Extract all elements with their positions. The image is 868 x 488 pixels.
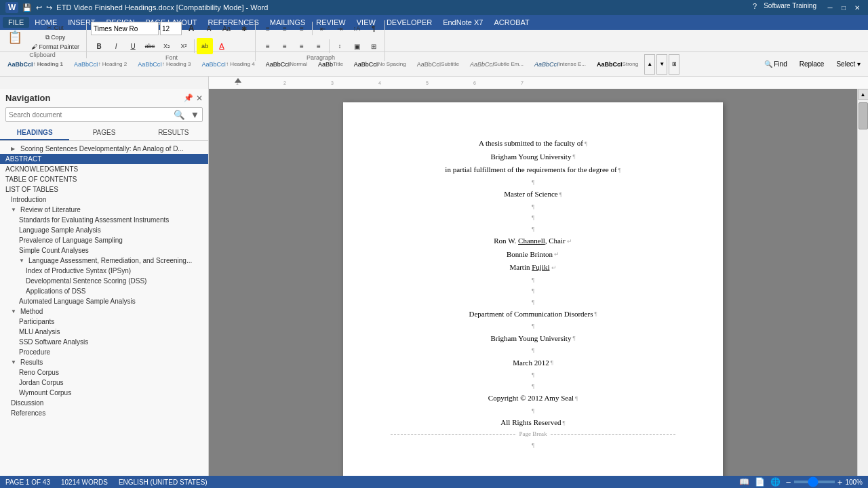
style-subtitle-button[interactable]: AaBbCcISubtitle — [412, 54, 464, 75]
nav-item-simple-count[interactable]: Simple Count Analyses — [0, 245, 208, 256]
nav-item-abstract[interactable]: ABSTRACT — [0, 154, 208, 164]
font-size-input[interactable] — [160, 22, 182, 35]
clear-format-button[interactable]: ✱ — [236, 20, 252, 37]
style-intense-emphasis-button[interactable]: AaBbCcIIntense E... — [530, 54, 591, 75]
borders-button[interactable]: ⊞ — [366, 38, 382, 54]
sort-button[interactable]: ↕A — [349, 20, 365, 37]
nav-item-review[interactable]: ▼ Review of Literature — [0, 205, 208, 215]
quick-access-save[interactable]: 💾 — [22, 3, 32, 12]
nav-item-discussion[interactable]: Discussion — [0, 398, 208, 408]
language-button[interactable]: ENGLISH (UNITED STATES) — [119, 479, 208, 486]
menu-acrobat[interactable]: ACROBAT — [488, 17, 534, 28]
numbering-button[interactable]: ≡ — [277, 20, 293, 37]
style-nospace-button[interactable]: AaBbCcINo Spacing — [349, 54, 411, 75]
style-heading4-button[interactable]: AaBbCcI↑ Heading 4 — [197, 54, 259, 75]
find-button[interactable]: 🔍 Find — [760, 58, 791, 71]
nav-search-button[interactable]: 🔍 — [171, 110, 188, 120]
nav-item-results[interactable]: ▼ Results — [0, 357, 208, 367]
styles-scroll-down[interactable]: ▼ — [656, 54, 667, 75]
menu-developer[interactable]: DEVELOPER — [381, 17, 437, 28]
font-grow-button[interactable]: A — [183, 20, 199, 37]
multilevel-button[interactable]: ≡ — [294, 20, 310, 37]
nav-close-button[interactable]: ✕ — [196, 94, 203, 103]
style-title-button[interactable]: AaBbTitle — [313, 54, 348, 75]
zoom-slider[interactable] — [794, 481, 835, 483]
nav-item-automated[interactable]: Automated Language Sample Analysis — [0, 296, 208, 306]
nav-search-dropdown[interactable]: ▼ — [188, 110, 202, 120]
nav-item-wymount[interactable]: Wymount Corpus — [0, 388, 208, 398]
increase-indent-button[interactable]: ⇥ — [332, 20, 348, 37]
show-marks-button[interactable]: ¶ — [366, 20, 382, 37]
nav-item-toc[interactable]: TABLE OF CONTENTS — [0, 174, 208, 184]
decrease-indent-button[interactable]: ⇤ — [315, 20, 331, 37]
zoom-out-button[interactable]: − — [786, 477, 791, 487]
tab-pages[interactable]: PAGES — [69, 126, 138, 140]
nav-item-lot[interactable]: LIST OF TABLES — [0, 184, 208, 195]
print-layout-button[interactable]: 📄 — [755, 477, 765, 487]
cut-button[interactable]: ✂ Cut — [28, 24, 82, 33]
paste-button[interactable]: 📋 — [3, 24, 27, 51]
highlight-button[interactable]: ab — [197, 38, 213, 54]
zoom-in-button[interactable]: + — [837, 477, 843, 487]
style-heading2-button[interactable]: AaBbCcI↑ Heading 2 — [69, 54, 132, 75]
nav-item-language-sample[interactable]: Language Sample Analysis — [0, 225, 208, 235]
nav-item-dss[interactable]: Developmental Sentence Scoring (DSS) — [0, 276, 208, 286]
minimize-button[interactable]: ─ — [825, 2, 835, 13]
align-center-button[interactable]: ≡ — [277, 38, 293, 54]
read-mode-button[interactable]: 📖 — [739, 477, 749, 487]
nav-search-input[interactable] — [6, 111, 171, 119]
style-strong-button[interactable]: AaBbCcIStrong — [592, 54, 643, 75]
help-button[interactable]: ? — [749, 2, 761, 13]
nav-item-reno[interactable]: Reno Corpus — [0, 367, 208, 378]
font-shrink-button[interactable]: A — [201, 20, 217, 37]
style-heading3-button[interactable]: AaBbCcI↑ Heading 3 — [133, 54, 195, 75]
nav-item-procedure[interactable]: Procedure — [0, 347, 208, 357]
strikethrough-button[interactable]: abc — [142, 38, 158, 54]
web-layout-button[interactable]: 🌐 — [770, 477, 781, 487]
align-right-button[interactable]: ≡ — [294, 38, 310, 54]
line-spacing-button[interactable]: ↕ — [332, 38, 348, 54]
italic-button[interactable]: I — [108, 38, 124, 54]
nav-item-standards[interactable]: Standards for Evaluating Assessment Inst… — [0, 215, 208, 225]
replace-button[interactable]: Replace — [795, 58, 829, 71]
superscript-button[interactable]: X² — [176, 38, 192, 54]
scroll-up-button[interactable]: ▲ — [858, 89, 869, 100]
nav-item-method[interactable]: ▼ Method — [0, 306, 208, 317]
format-painter-button[interactable]: 🖌 Format Painter — [28, 43, 82, 52]
change-case-button[interactable]: Aa — [218, 20, 235, 37]
quick-access-undo[interactable]: ↩ — [36, 3, 42, 12]
bullets-button[interactable]: ≡ — [260, 20, 276, 37]
style-normal-button[interactable]: AaBbCcINormal — [261, 54, 312, 75]
nav-item-jordan[interactable]: Jordan Corpus — [0, 378, 208, 388]
style-subtle-emphasis-button[interactable]: AaBbCcISubtle Em... — [465, 54, 528, 75]
font-name-input[interactable] — [91, 22, 159, 35]
justify-button[interactable]: ≡ — [311, 38, 327, 54]
shading-button[interactable]: ▣ — [349, 38, 365, 54]
subscript-button[interactable]: X₂ — [159, 38, 175, 54]
bold-button[interactable]: B — [91, 38, 107, 54]
menu-endnote[interactable]: EndNote X7 — [437, 17, 488, 28]
style-heading1-button[interactable]: AaBbCcI↑ Heading 1 — [3, 54, 68, 75]
nav-item-scoring[interactable]: ▶ Scoring Sentences Developmentally: An … — [0, 144, 208, 154]
tab-headings[interactable]: HEADINGS — [0, 126, 69, 140]
nav-item-lang-assess[interactable]: ▼ Language Assessment, Remediation, and … — [0, 256, 208, 266]
select-button[interactable]: Select ▾ — [831, 58, 865, 71]
scroll-thumb[interactable] — [859, 102, 868, 129]
nav-item-index[interactable]: Index of Productive Syntax (IPSyn) — [0, 266, 208, 276]
nav-item-participants[interactable]: Participants — [0, 317, 208, 327]
nav-pin-button[interactable]: 📌 — [184, 94, 193, 103]
font-color-button[interactable]: A — [214, 38, 230, 54]
styles-expand[interactable]: ⊞ — [669, 54, 679, 75]
nav-item-references[interactable]: References — [0, 408, 208, 418]
vertical-scrollbar[interactable]: ▲ ▼ — [857, 89, 868, 488]
maximize-button[interactable]: □ — [838, 2, 849, 13]
nav-item-apps-dss[interactable]: Applications of DSS — [0, 286, 208, 296]
close-button[interactable]: ✕ — [852, 2, 863, 13]
align-left-button[interactable]: ≡ — [260, 38, 276, 54]
quick-access-redo[interactable]: ↪ — [46, 3, 52, 12]
nav-item-introduction[interactable]: Introduction — [0, 195, 208, 205]
nav-item-ssd[interactable]: SSD Software Analysis — [0, 337, 208, 347]
document-area[interactable]: A thesis submitted to the faculty of ¶ B… — [209, 89, 857, 488]
nav-item-acknowledgments[interactable]: ACKNOWLEDGMENTS — [0, 164, 208, 174]
copy-button[interactable]: ⧉ Copy — [28, 33, 82, 42]
